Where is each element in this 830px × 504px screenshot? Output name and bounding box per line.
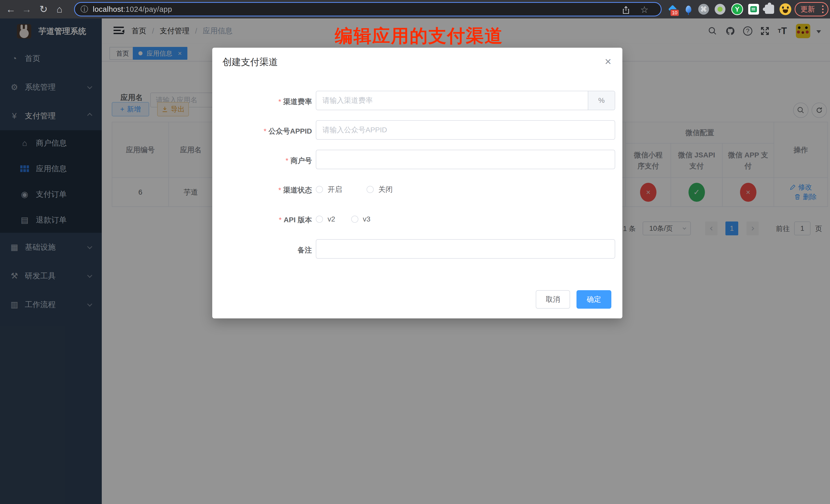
percent-suffix: % <box>588 91 615 110</box>
app-page: 芋道管理系统 ◔ 首页 ⚙ 系统管理 ¥ 支付管理 ⌂ 商户信息 <box>0 19 830 504</box>
channel-rate-input[interactable] <box>316 91 588 110</box>
radio-status-open[interactable] <box>316 186 323 193</box>
field-label-merchant-id: *商户号 <box>286 156 312 166</box>
official-account-appid-input[interactable] <box>316 120 615 140</box>
url-text: localhost:1024/pay/app <box>93 5 172 13</box>
browser-reload-button[interactable]: ↻ <box>36 0 51 19</box>
create-payment-channel-dialog: 创建支付渠道 × *渠道费率 % *公众号APPID *商户号 *渠道状态 <box>212 48 622 318</box>
address-bar[interactable]: ⓘ localhost:1024/pay/app ☆ <box>74 2 662 17</box>
radio-api-v2[interactable] <box>316 216 323 223</box>
annotation-text: 编辑应用的支付渠道 <box>335 24 503 48</box>
field-label-api-version: *API 版本 <box>279 215 312 225</box>
browser-home-button[interactable]: ⌂ <box>52 0 67 19</box>
cancel-button[interactable]: 取消 <box>536 290 570 309</box>
confirm-button[interactable]: 确定 <box>576 290 611 309</box>
field-label-channel-status: *渠道状态 <box>278 185 312 195</box>
extension-command-icon[interactable]: ⌘ <box>698 0 710 19</box>
extension-message-icon[interactable] <box>747 0 760 19</box>
browser-menu-icon[interactable] <box>822 5 824 13</box>
extensions-puzzle-icon[interactable] <box>763 0 776 19</box>
merchant-id-input[interactable] <box>316 150 615 169</box>
browser-update-button[interactable]: 更新 <box>795 2 828 17</box>
site-info-icon[interactable]: ⓘ <box>81 4 88 14</box>
extension-balloon-icon[interactable] <box>682 0 695 19</box>
field-label-rate: *渠道费率 <box>278 97 312 107</box>
bookmark-star-icon[interactable]: ☆ <box>640 4 648 15</box>
browser-back-button[interactable]: ← <box>4 0 18 19</box>
dialog-title: 创建支付渠道 <box>223 56 278 68</box>
extension-diamond-icon[interactable]: 10 <box>667 0 679 19</box>
profile-emoji-avatar[interactable] <box>779 0 792 19</box>
share-icon[interactable] <box>621 5 631 14</box>
remark-input[interactable] <box>316 239 615 259</box>
extension-green-dot-icon[interactable] <box>714 0 726 19</box>
field-label-remark: 备注 <box>297 245 312 255</box>
radio-status-closed[interactable] <box>366 186 374 193</box>
field-label-appid: *公众号APPID <box>264 126 312 136</box>
extension-y-icon[interactable]: Y <box>731 0 743 19</box>
close-icon[interactable]: × <box>601 54 615 69</box>
browser-toolbar: ← → ↻ ⌂ ⓘ localhost:1024/pay/app ☆ 10 ⌘ … <box>0 0 830 19</box>
extension-badge: 10 <box>670 9 679 17</box>
browser-forward-button[interactable]: → <box>20 0 34 19</box>
radio-api-v3[interactable] <box>351 216 358 223</box>
